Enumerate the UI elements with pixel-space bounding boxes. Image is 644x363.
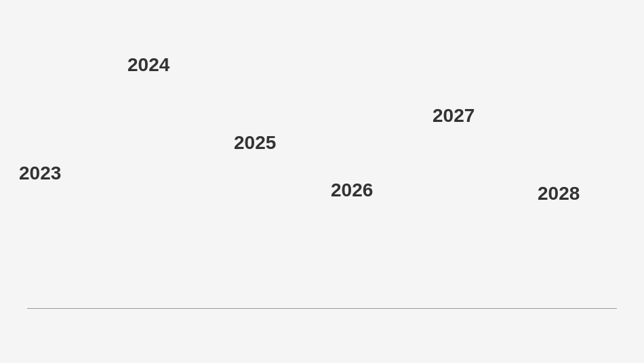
timeline-container: 2023 Thema eins Eine Beschreibung zum Th… — [0, 0, 644, 363]
year-2023: 2023 — [19, 163, 61, 184]
year-2025: 2025 — [234, 132, 276, 154]
year-2027: 2027 — [432, 105, 475, 127]
year-2026: 2026 — [331, 179, 373, 201]
year-2024: 2024 — [127, 54, 169, 76]
timeline-line — [27, 308, 617, 309]
year-2028: 2028 — [538, 183, 580, 205]
